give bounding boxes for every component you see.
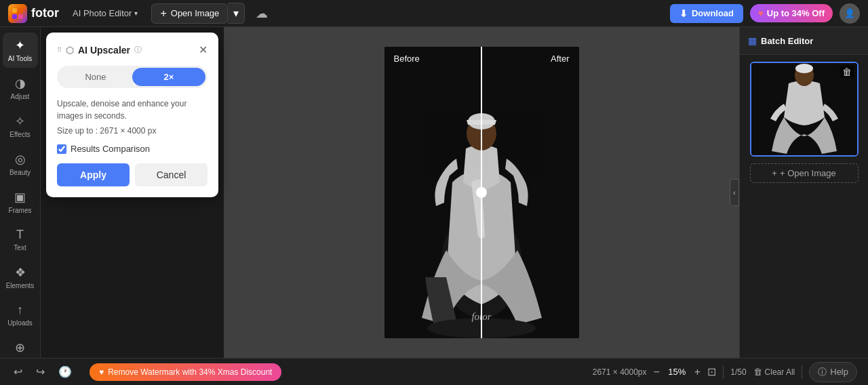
effects-icon: ✧ — [15, 114, 25, 129]
batch-editor-icon: ▦ — [748, 35, 757, 46]
discount-button[interactable]: ♥ Up to 34% Off — [750, 4, 833, 22]
add-image-button[interactable]: + + Open Image — [750, 163, 859, 183]
image-container: Before After — [384, 47, 579, 338]
results-comparison-checkbox[interactable] — [57, 144, 66, 154]
sidebar-label-frames: Frames — [9, 207, 32, 214]
zoom-control: − 15% + — [654, 366, 701, 378]
sidebar-item-text[interactable]: T Text — [3, 222, 38, 257]
sidebar-label-effects: Effects — [9, 131, 30, 138]
results-comparison-label: Results Comparison — [71, 144, 150, 154]
sidebar-item-effects[interactable]: ✧ Effects — [3, 108, 38, 144]
action-buttons: Apply Cancel — [57, 163, 208, 186]
toggle-2x-button[interactable]: 2× — [132, 68, 205, 86]
history-button[interactable]: 🕐 — [56, 363, 75, 381]
sidebar-item-uploads[interactable]: ↑ Uploads — [3, 298, 38, 332]
cancel-button[interactable]: Cancel — [135, 163, 208, 186]
sidebar-item-beauty[interactable]: ◎ Beauty — [3, 146, 38, 182]
text-icon: T — [16, 228, 24, 242]
add-icon: + — [772, 168, 777, 178]
before-label: Before — [394, 54, 420, 64]
sidebar-item-ai-tools[interactable]: ✦ AI Tools — [3, 33, 38, 68]
results-comparison-row: Results Comparison — [57, 144, 208, 154]
topbar-right: ⬇ Download ♥ Up to 34% Off 👤 — [670, 3, 860, 24]
trash-icon: 🗑 — [753, 367, 762, 377]
avatar[interactable]: 👤 — [840, 3, 860, 24]
panel-title-area: ⠿ ⬡ AI Upscaler ⓘ — [57, 45, 142, 56]
split-image: fotor — [384, 47, 579, 338]
svg-rect-0 — [12, 8, 17, 13]
open-image-button[interactable]: + Open Image — [151, 3, 228, 24]
panel-area: ⠿ ⬡ AI Upscaler ⓘ ✕ None 2× Upscale, den… — [41, 27, 224, 358]
sidebar-label-beauty: Beauty — [9, 169, 31, 176]
elements-icon: ❖ — [15, 265, 26, 280]
divider2 — [802, 365, 802, 379]
watermark-button[interactable]: ♥ Remove Watermark with 34% Xmas Discoun… — [90, 363, 281, 381]
sidebar-label-text: Text — [14, 244, 26, 251]
adjust-icon: ◑ — [15, 76, 26, 91]
open-image-label: Open Image — [171, 8, 220, 18]
batch-editor-header: ▦ Batch Editor — [740, 27, 868, 55]
canvas-area[interactable]: Before After — [224, 27, 739, 358]
beauty-icon: ◎ — [15, 152, 26, 167]
help-icon: ⓘ — [818, 366, 827, 378]
cloud-button[interactable]: ☁ — [256, 6, 268, 21]
toggle-none-button[interactable]: None — [59, 68, 132, 86]
sidebar-item-frames[interactable]: ▣ Frames — [3, 184, 38, 220]
svg-point-14 — [795, 64, 813, 73]
plus-icon: + — [160, 7, 166, 20]
logo-text: fotor — [31, 6, 59, 20]
sidebar-label-adjust: Adjust — [11, 93, 30, 100]
logo-icon — [8, 4, 27, 23]
apply-button[interactable]: Apply — [57, 163, 130, 186]
topbar: fotor AI Photo Editor ▾ + Open Image ▾ ☁… — [0, 0, 868, 27]
ai-tools-icon: ✦ — [15, 38, 25, 53]
undo-button[interactable]: ↩ — [11, 363, 25, 381]
help-label: Help — [830, 367, 848, 377]
heart-small-icon: ♥ — [99, 367, 104, 377]
sidebar-item-elements[interactable]: ❖ Elements — [3, 260, 38, 295]
drag-handle[interactable]: ⠿ — [57, 46, 62, 54]
right-panel-wrapper: ‹ ▦ Batch Editor 🗑 — [739, 27, 868, 358]
help-button[interactable]: ⓘ Help — [809, 362, 857, 382]
delete-thumbnail-button[interactable]: 🗑 — [840, 66, 854, 78]
clear-all-button[interactable]: 🗑 Clear All — [753, 367, 795, 377]
after-label: After — [551, 54, 569, 64]
watermark-label: Remove Watermark with 34% Xmas Discount — [108, 367, 272, 377]
info-icon[interactable]: ⓘ — [134, 45, 142, 55]
discount-label: Up to 34% Off — [767, 8, 825, 18]
heart-icon: ♥ — [758, 8, 764, 18]
sidebar-label-elements: Elements — [6, 282, 35, 289]
zoom-out-button[interactable]: − — [654, 366, 660, 378]
divider — [723, 365, 724, 379]
chevron-down-icon: ▾ — [134, 9, 138, 17]
download-icon: ⬇ — [679, 8, 688, 19]
panel-header: ⠿ ⬡ AI Upscaler ⓘ ✕ — [57, 43, 208, 56]
svg-point-10 — [476, 187, 487, 198]
open-image-dropdown[interactable]: ▾ — [228, 3, 245, 24]
page-info: 1/50 — [730, 367, 746, 377]
collapse-button[interactable]: ‹ — [730, 179, 739, 206]
svg-text:fotor: fotor — [471, 311, 491, 322]
zoom-level: 15% — [665, 367, 689, 377]
bottom-bar: ↩ ↪ 🕐 ♥ Remove Watermark with 34% Xmas D… — [0, 358, 868, 385]
main: ✦ AI Tools ◑ Adjust ✧ Effects ◎ Beauty ▣… — [0, 27, 868, 358]
redo-button[interactable]: ↪ — [33, 363, 47, 381]
sidebar-label-uploads: Uploads — [7, 319, 33, 327]
panel-title: AI Upscaler — [78, 45, 130, 56]
sidebar-item-more[interactable]: ⊕ More — [3, 335, 38, 358]
svg-rect-1 — [18, 8, 23, 13]
thumbnail-container: 🗑 — [750, 62, 859, 157]
sidebar-item-adjust[interactable]: ◑ Adjust — [3, 70, 38, 106]
app-name-label: AI Photo Editor — [73, 8, 132, 18]
ai-upscaler-panel: ⠿ ⬡ AI Upscaler ⓘ ✕ None 2× Upscale, den… — [46, 33, 218, 197]
close-icon[interactable]: ✕ — [199, 43, 208, 56]
svg-rect-2 — [12, 14, 17, 19]
panel-size: Size up to : 2671 × 4000 px — [57, 126, 208, 136]
batch-editor-panel: ▦ Batch Editor 🗑 — [739, 27, 868, 358]
logo-area: fotor — [8, 4, 59, 23]
fit-view-button[interactable]: ⊡ — [707, 365, 716, 378]
app-name-button[interactable]: AI Photo Editor ▾ — [67, 5, 143, 21]
frames-icon: ▣ — [14, 190, 26, 205]
download-button[interactable]: ⬇ Download — [670, 4, 743, 23]
zoom-in-button[interactable]: + — [694, 366, 701, 378]
